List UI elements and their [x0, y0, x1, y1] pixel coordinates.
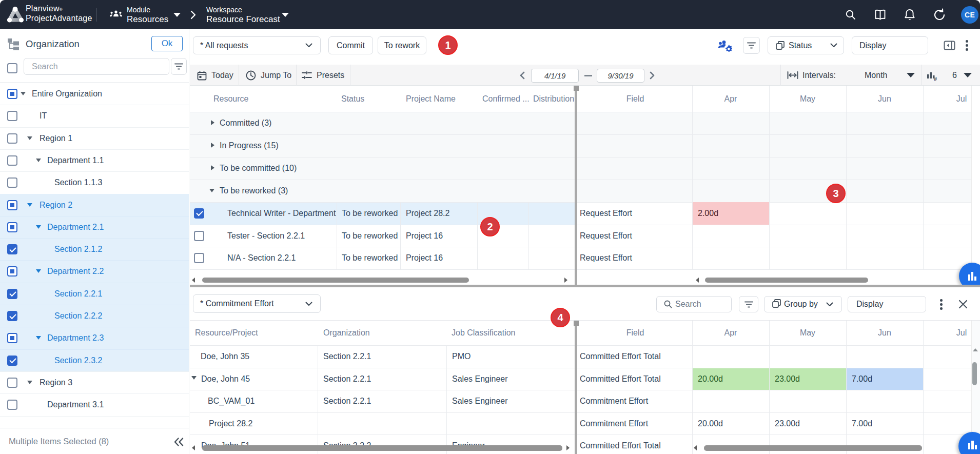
svg-text:#: # — [934, 76, 937, 82]
